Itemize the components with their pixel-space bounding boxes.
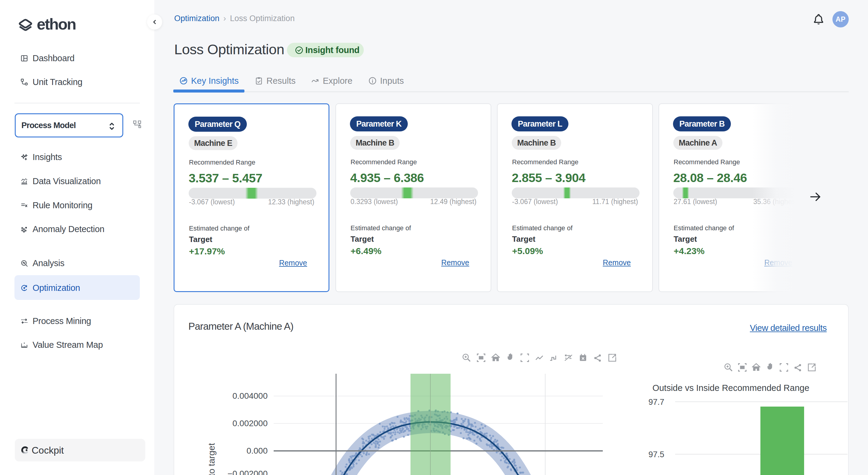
- svg-text:97.5: 97.5: [648, 450, 664, 459]
- svg-text:to target: to target: [207, 443, 216, 475]
- svg-text:0.004000: 0.004000: [232, 391, 268, 401]
- svg-text:0.000: 0.000: [247, 446, 268, 455]
- svg-text:97.7: 97.7: [648, 398, 664, 407]
- svg-text:Outside vs Inside Recommended: Outside vs Inside Recommended Range: [652, 383, 809, 393]
- svg-text:−0.002000: −0.002000: [227, 469, 268, 475]
- svg-text:0.002000: 0.002000: [232, 419, 268, 428]
